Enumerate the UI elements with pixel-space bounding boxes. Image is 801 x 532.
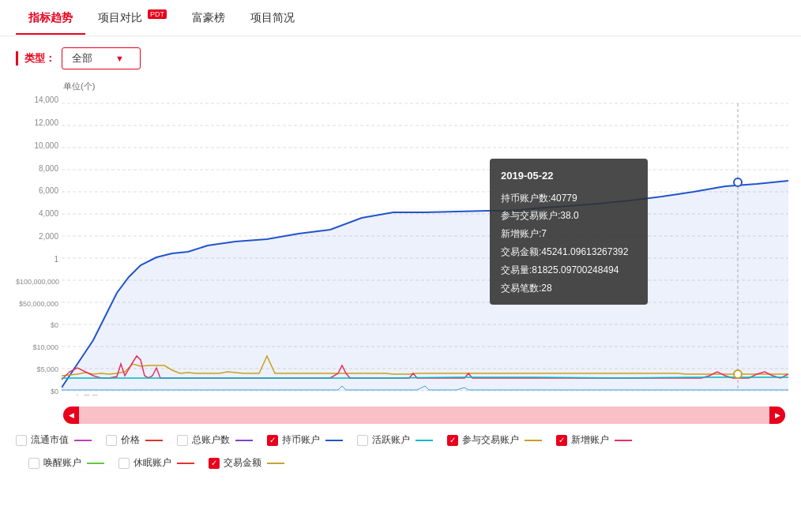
legend-checkbox-holding-accounts[interactable] <box>267 435 278 446</box>
legend-label-active-accounts: 活跃账户 <box>372 433 410 447</box>
legend-label-dormant-accounts: 休眠账户 <box>134 456 171 470</box>
legend-label-holding-accounts: 持币账户 <box>282 433 320 447</box>
legend-label-wake-accounts: 唤醒账户 <box>43 456 81 470</box>
legend-checkbox-trading-accounts[interactable] <box>447 435 458 446</box>
legend-item-wake-accounts[interactable]: 唤醒账户 <box>28 456 104 470</box>
legend-checkbox-total-accounts[interactable] <box>177 435 188 446</box>
nav-item-overview[interactable]: 项目简况 <box>238 2 307 35</box>
legend-line-new-accounts <box>615 440 632 441</box>
left-arrow-icon: ◀ <box>69 411 74 419</box>
scrollbar[interactable]: ◀ ▶ <box>63 406 785 424</box>
legend-checkbox-dormant-accounts[interactable] <box>118 458 130 469</box>
chevron-down-icon: ▼ <box>115 54 124 63</box>
legend-item-trade-amount[interactable]: 交易金额 <box>209 456 284 470</box>
legend-item-dormant-accounts[interactable]: 休眠账户 <box>118 456 194 470</box>
chart-wrapper: 14,000 12,000 10,000 8,000 6,000 4,000 2… <box>16 96 785 395</box>
legend-item-total-accounts[interactable]: 总账户数 <box>177 433 253 447</box>
main-chart-svg: .grid-line { stroke: #ddd; stroke-width:… <box>62 96 788 395</box>
legend-label-new-accounts: 新增账户 <box>571 433 609 447</box>
svg-point-17 <box>734 370 742 378</box>
legend-line-trading-accounts <box>525 440 542 441</box>
legend-checkbox-price[interactable] <box>106 435 117 446</box>
legend-item-trading-accounts[interactable]: 参与交易账户 <box>447 433 542 447</box>
legend-item-new-accounts[interactable]: 新增账户 <box>556 433 632 447</box>
legend-checkbox-market-cap[interactable] <box>16 435 27 446</box>
legend-area: 流通市值 价格 总账户数 持币账户 活跃账户 <box>0 427 801 481</box>
legend-line-total-accounts <box>235 440 253 441</box>
legend-line-wake-accounts <box>87 463 104 464</box>
filter-bar: 类型： 全部 ▼ <box>0 36 801 81</box>
legend-checkbox-active-accounts[interactable] <box>357 435 368 446</box>
legend-checkbox-trade-amount[interactable] <box>209 458 220 469</box>
legend-line-market-cap <box>74 440 92 441</box>
nav-item-trends[interactable]: 指标趋势 <box>16 2 85 35</box>
nav-item-rich[interactable]: 富豪榜 <box>179 2 238 35</box>
legend-label-trade-amount: 交易金额 <box>224 456 261 470</box>
scrollbar-right-handle[interactable]: ▶ <box>769 406 785 424</box>
legend-line-active-accounts <box>416 440 433 441</box>
chart-container: 单位(个) 14,000 12,000 10,000 8,000 6,000 4… <box>0 81 801 403</box>
nav-bar: 指标趋势 项目对比 PDT 富豪榜 项目简况 <box>0 0 801 36</box>
svg-point-16 <box>734 178 742 186</box>
legend-label-trading-accounts: 参与交易账户 <box>462 433 519 447</box>
trading-volume-label: 交易量 <box>73 394 100 395</box>
legend-item-price[interactable]: 价格 <box>106 433 163 447</box>
legend-item-holding-accounts[interactable]: 持币账户 <box>267 433 343 447</box>
legend-label-market-cap: 流通市值 <box>31 433 69 447</box>
legend-line-holding-accounts <box>325 440 343 441</box>
nav-badge-pdt: PDT <box>148 9 167 19</box>
legend-line-dormant-accounts <box>177 463 194 464</box>
y-axis-label: 单位(个) <box>63 81 785 92</box>
legend-line-trade-amount <box>267 463 284 464</box>
legend-item-market-cap[interactable]: 流通市值 <box>16 433 92 447</box>
legend-label-price: 价格 <box>121 433 140 447</box>
scrollbar-left-handle[interactable]: ◀ <box>63 406 79 424</box>
type-select[interactable]: 全部 ▼ <box>62 47 141 69</box>
nav-item-compare[interactable]: 项目对比 PDT <box>85 1 179 35</box>
legend-label-total-accounts: 总账户数 <box>192 433 230 447</box>
filter-label: 类型： <box>16 51 55 66</box>
right-arrow-icon: ▶ <box>775 411 780 419</box>
legend-checkbox-new-accounts[interactable] <box>556 435 567 446</box>
legend-line-price <box>145 440 163 441</box>
legend-item-active-accounts[interactable]: 活跃账户 <box>357 433 433 447</box>
legend-checkbox-wake-accounts[interactable] <box>28 458 39 469</box>
